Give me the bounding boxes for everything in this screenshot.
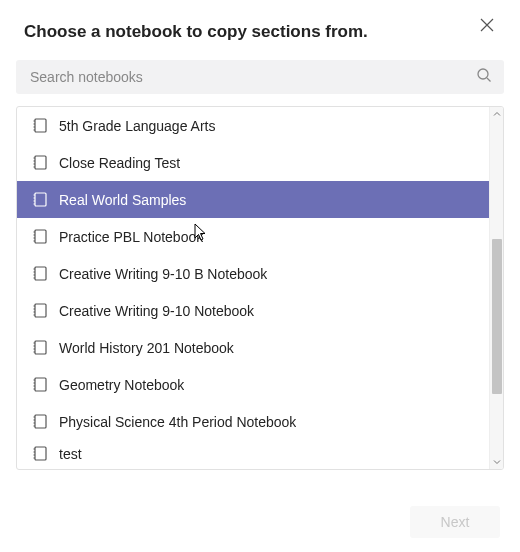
svg-rect-16 — [35, 230, 46, 243]
notebook-list-item[interactable]: Physical Science 4th Period Notebook — [17, 403, 503, 440]
notebook-list-item[interactable]: Real World Samples — [17, 181, 503, 218]
dialog-title: Choose a notebook to copy sections from. — [24, 22, 368, 42]
svg-rect-1 — [35, 119, 46, 132]
svg-rect-21 — [35, 267, 46, 280]
svg-rect-36 — [35, 378, 46, 391]
notebook-list-item[interactable]: Close Reading Test — [17, 144, 503, 181]
notebook-icon — [33, 377, 47, 392]
dialog-footer: Next — [410, 506, 500, 538]
notebook-list-item[interactable]: World History 201 Notebook — [17, 329, 503, 366]
search-container — [16, 60, 504, 94]
notebook-item-label: Creative Writing 9-10 Notebook — [59, 303, 254, 319]
notebook-item-label: Physical Science 4th Period Notebook — [59, 414, 296, 430]
notebook-list-item[interactable]: Practice PBL Notebook — [17, 218, 503, 255]
notebook-icon — [33, 229, 47, 244]
scrollbar-thumb[interactable] — [492, 239, 502, 394]
svg-rect-31 — [35, 341, 46, 354]
notebook-icon — [33, 446, 47, 461]
notebook-item-label: Close Reading Test — [59, 155, 180, 171]
dialog-header: Choose a notebook to copy sections from. — [0, 0, 520, 42]
notebook-list-item[interactable]: Creative Writing 9-10 Notebook — [17, 292, 503, 329]
notebook-icon — [33, 414, 47, 429]
notebook-item-label: Practice PBL Notebook — [59, 229, 203, 245]
notebook-list-item[interactable]: test — [17, 440, 503, 468]
svg-rect-26 — [35, 304, 46, 317]
notebook-icon — [33, 155, 47, 170]
notebook-item-label: 5th Grade Language Arts — [59, 118, 215, 134]
notebook-icon — [33, 340, 47, 355]
next-button[interactable]: Next — [410, 506, 500, 538]
svg-rect-6 — [35, 156, 46, 169]
notebook-item-label: Real World Samples — [59, 192, 186, 208]
notebook-list-item[interactable]: Creative Writing 9-10 B Notebook — [17, 255, 503, 292]
close-icon — [480, 18, 494, 32]
close-button[interactable] — [478, 16, 496, 34]
notebook-item-label: test — [59, 446, 82, 462]
svg-rect-41 — [35, 415, 46, 428]
notebook-list-item[interactable]: Geometry Notebook — [17, 366, 503, 403]
notebook-list-container: 5th Grade Language ArtsClose Reading Tes… — [16, 106, 504, 470]
copy-sections-dialog: Choose a notebook to copy sections from.… — [0, 0, 520, 552]
notebook-icon — [33, 192, 47, 207]
notebook-icon — [33, 118, 47, 133]
notebook-list[interactable]: 5th Grade Language ArtsClose Reading Tes… — [17, 107, 503, 469]
svg-rect-46 — [35, 447, 46, 460]
notebook-icon — [33, 303, 47, 318]
scrollbar-track[interactable] — [489, 107, 503, 469]
chevron-down-icon — [493, 458, 501, 466]
scroll-down-button[interactable] — [490, 455, 504, 469]
scroll-up-button[interactable] — [490, 107, 504, 121]
chevron-up-icon — [493, 110, 501, 118]
notebook-item-label: Creative Writing 9-10 B Notebook — [59, 266, 267, 282]
notebook-item-label: World History 201 Notebook — [59, 340, 234, 356]
notebook-list-item[interactable]: 5th Grade Language Arts — [17, 107, 503, 144]
search-input[interactable] — [16, 60, 504, 94]
svg-rect-11 — [35, 193, 46, 206]
notebook-icon — [33, 266, 47, 281]
notebook-item-label: Geometry Notebook — [59, 377, 184, 393]
